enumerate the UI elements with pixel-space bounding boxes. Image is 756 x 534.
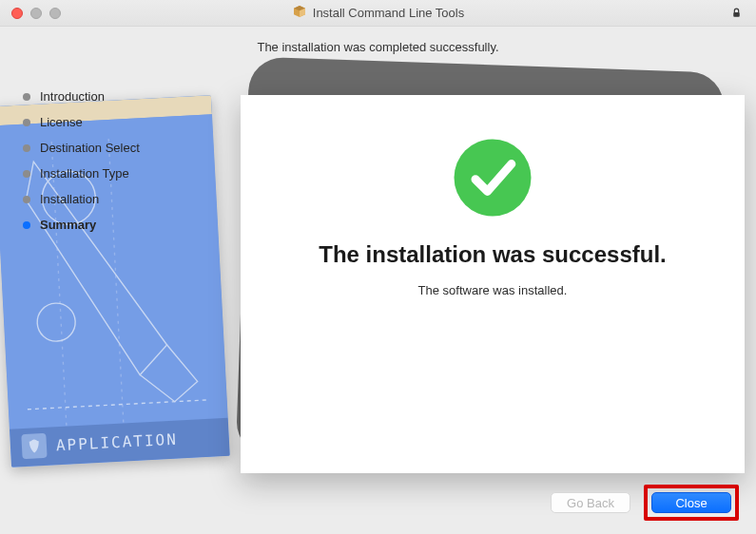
step-label: Destination Select (40, 141, 140, 155)
lock-icon[interactable] (730, 6, 743, 24)
step-item: Installation Type (15, 161, 215, 186)
success-title: The installation was successful. (319, 241, 666, 268)
traffic-lights (0, 8, 61, 19)
content-area: The installation was completed successfu… (0, 27, 756, 534)
window-title: Install Command Line Tools (0, 4, 756, 22)
step-item: Destination Select (15, 135, 215, 161)
window-minimize-button (30, 8, 42, 19)
step-bullet-icon (23, 144, 30, 152)
step-list: IntroductionLicenseDestination SelectIns… (15, 84, 215, 238)
window-title-text: Install Command Line Tools (313, 6, 464, 20)
window-zoom-button (49, 8, 61, 19)
go-back-button: Go Back (551, 492, 630, 513)
step-bullet-icon (23, 196, 30, 203)
tutorial-highlight-box: Close (644, 485, 739, 521)
summary-panel: The installation was successful. The sof… (241, 95, 745, 473)
step-bullet-icon (23, 119, 30, 126)
step-bullet-icon (23, 93, 30, 101)
step-label: Installation (40, 192, 99, 206)
step-label: Summary (40, 218, 96, 232)
close-button[interactable]: Close (651, 492, 731, 513)
step-item: License (15, 109, 215, 135)
svg-rect-0 (733, 12, 740, 17)
package-icon (292, 4, 307, 22)
success-subtitle: The software was installed. (418, 283, 568, 297)
svg-point-7 (455, 140, 532, 217)
footer-buttons: Go Back Close (551, 485, 739, 521)
step-item: Summary (15, 212, 215, 238)
step-label: License (40, 115, 83, 129)
window-close-button[interactable] (11, 8, 23, 19)
step-bullet-icon (23, 221, 30, 229)
step-bullet-icon (23, 170, 30, 178)
step-item: Installation (15, 186, 215, 212)
step-item: Introduction (15, 84, 215, 109)
success-check-icon (450, 135, 535, 220)
titlebar: Install Command Line Tools (0, 0, 756, 27)
installer-window: Install Command Line Tools The installat… (0, 0, 756, 534)
step-label: Installation Type (40, 166, 129, 181)
step-label: Introduction (40, 89, 105, 104)
install-headline: The installation was completed successfu… (0, 27, 756, 64)
sidebar: APPLICATION IntroductionLicenseDestinati… (15, 84, 215, 238)
